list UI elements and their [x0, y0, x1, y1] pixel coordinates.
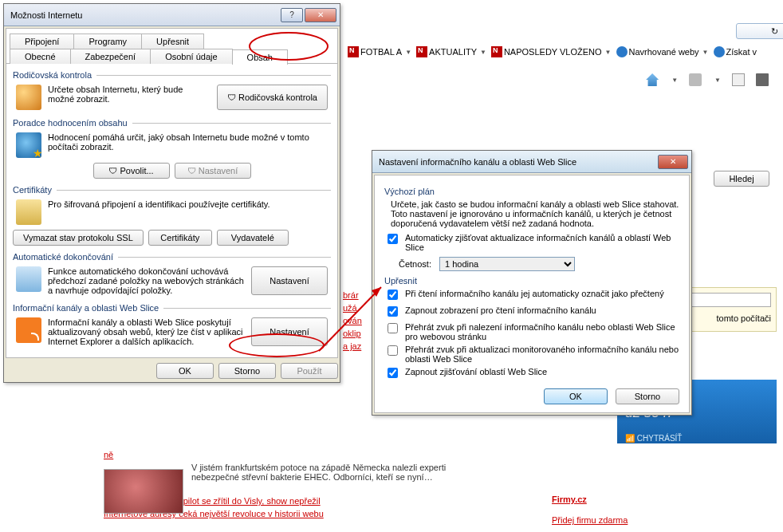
news-link-ne[interactable]: ně	[104, 450, 113, 459]
chevron-down-icon[interactable]: ▼	[671, 77, 678, 84]
refresh-button[interactable]: ↻	[736, 23, 783, 39]
feeds-header: Informační kanály a oblasti Web Slice	[13, 303, 331, 313]
parental-header: Rodičovská kontrola	[13, 70, 331, 80]
autocomplete-settings-button[interactable]: Nastavení	[251, 266, 328, 295]
sound-update-checkbox[interactable]	[388, 345, 398, 356]
auto-checkbox[interactable]	[388, 234, 398, 244]
advisor-settings-button: 🛡 Nastavení	[175, 163, 251, 179]
chevron-down-icon: ▼	[405, 49, 411, 56]
news-body: V jistém frankfurtském potoce na západě …	[191, 463, 470, 482]
autocomplete-header: Automatické dokončování	[13, 252, 331, 262]
chevron-down-icon[interactable]: ▼	[714, 77, 721, 84]
certs-header: Certifikáty	[13, 185, 331, 195]
ad-brand: 📶 CHYTRÁSÍŤ	[625, 434, 769, 443]
home-icon[interactable]	[646, 73, 659, 86]
freq-label: Četnost:	[399, 259, 431, 269]
cert-icon	[16, 199, 41, 225]
parental-icon	[16, 85, 41, 110]
novinky-icon	[416, 46, 427, 57]
sound-found-check[interactable]: Přehrát zvuk při nalezení informačního k…	[384, 322, 679, 341]
detect-slice-checkbox[interactable]	[388, 368, 398, 378]
sound-found-checkbox[interactable]	[388, 323, 398, 333]
tabs: Připojení Programy Upřesnit Obecné Zabez…	[6, 29, 337, 64]
tab-pripojeni[interactable]: Připojení	[10, 33, 74, 49]
favorite-fotbal[interactable]: FOTBAL A▼	[348, 46, 411, 57]
tab-programy[interactable]: Programy	[73, 33, 142, 49]
clear-ssl-button[interactable]: Vymazat stav protokolu SSL	[13, 230, 144, 246]
tab-obsah[interactable]: Obsah	[232, 49, 288, 65]
mail-icon[interactable]	[732, 73, 745, 86]
mark-read-checkbox[interactable]	[388, 290, 398, 300]
chevron-down-icon: ▼	[480, 49, 486, 56]
advisor-desc: Hodnocení pomáhá určit, jaký obsah Inter…	[48, 132, 328, 158]
novinky-icon	[491, 46, 502, 57]
print-icon[interactable]	[756, 73, 769, 86]
firmy-block: Firmy.cz Přidej firmu zdarma	[552, 495, 711, 525]
apply-button: Použít	[281, 363, 338, 379]
freq-select[interactable]: 1 hodina	[439, 257, 575, 271]
auto-check[interactable]: Automaticky zjišťovat aktualizace inform…	[384, 233, 679, 252]
autocomplete-desc: Funkce automatického dokončování uchováv…	[48, 266, 245, 295]
feed-icon	[16, 317, 41, 343]
ok-button[interactable]: OK	[156, 363, 214, 379]
favorite-ziskat[interactable]: Získat v	[714, 46, 757, 57]
tab-upresnit[interactable]: Upřesnit	[141, 33, 204, 49]
remember-label: tomto počítači	[717, 313, 771, 323]
detect-slice-check[interactable]: Zapnout zjišťování oblastí Web Slice	[384, 367, 679, 380]
internet-options-dialog: Možnosti Internetu ? ✕ Připojení Program…	[3, 3, 340, 383]
dialog-title: Nastavení informačního kanálu a oblasti …	[379, 157, 576, 167]
page-fragment[interactable]: užá	[343, 303, 362, 313]
ok-button[interactable]: OK	[544, 388, 608, 404]
command-bar: ▼ ▼	[343, 69, 783, 91]
ie-icon	[616, 46, 628, 57]
advisor-enable-button[interactable]: 🛡 Povolit...	[93, 163, 170, 179]
plan-header: Výchozí plán	[384, 187, 679, 196]
page-fragment[interactable]: oklip	[343, 329, 362, 338]
reading-view-checkbox[interactable]	[388, 306, 398, 317]
help-button[interactable]: ?	[281, 8, 303, 22]
form-icon	[16, 266, 41, 292]
cancel-button[interactable]: Storno	[616, 388, 679, 404]
dialog-titlebar[interactable]: Nastavení informačního kanálu a oblasti …	[372, 151, 691, 173]
favorite-naposledy[interactable]: NAPOSLEDY VLOŽENO▼	[491, 46, 612, 57]
plan-desc: Určete, jak často se budou informační ka…	[391, 199, 679, 228]
novinky-icon	[348, 46, 359, 57]
chevron-down-icon: ▼	[702, 49, 709, 56]
tab-osobni[interactable]: Osobní údaje	[150, 49, 232, 64]
certs-button[interactable]: Certifikáty	[148, 230, 212, 246]
globe-icon	[16, 132, 41, 158]
sound-update-check[interactable]: Přehrát zvuk při aktualizaci monitorovan…	[384, 345, 679, 364]
advisor-header: Poradce hodnocením obsahu	[13, 118, 331, 128]
page-fragment[interactable]: ován	[343, 316, 362, 325]
publishers-button[interactable]: Vydavatelé	[217, 230, 289, 246]
reading-view-check[interactable]: Zapnout zobrazení pro čtení informačního…	[384, 305, 679, 319]
firmy-add[interactable]: Přidej firmu zdarma	[552, 515, 711, 525]
feed-icon[interactable]	[689, 73, 702, 86]
certs-desc: Pro šifrovaná připojení a identifikaci p…	[48, 199, 328, 225]
tab-zabezpeceni[interactable]: Zabezpečení	[70, 49, 151, 64]
mark-read-check[interactable]: Při čtení informačního kanálu jej automa…	[384, 289, 679, 302]
favorite-navrhovane[interactable]: Navrhované weby▼	[616, 46, 709, 57]
parental-desc: Určete obsah Internetu, který bude možné…	[48, 85, 211, 110]
search-area: Hledej	[714, 171, 769, 187]
feeds-settings-button[interactable]: Nastavení	[251, 317, 328, 346]
ie-icon	[714, 46, 725, 57]
parental-button[interactable]: 🛡 Rodičovská kontrola	[217, 85, 328, 110]
close-button[interactable]: ✕	[658, 155, 688, 169]
tab-obecne[interactable]: Obecné	[10, 49, 71, 64]
firmy-title[interactable]: Firmy.cz	[552, 495, 711, 504]
favorite-aktuality[interactable]: AKTUALITY▼	[416, 46, 486, 57]
dialog-title: Možnosti Internetu	[10, 10, 83, 20]
feeds-desc: Informační kanály a oblasti Web Slice po…	[48, 317, 245, 346]
search-button[interactable]: Hledej	[714, 171, 769, 187]
close-button[interactable]: ✕	[305, 8, 336, 22]
page-fragment[interactable]: a jaz	[343, 341, 362, 351]
news-thumbnail	[104, 469, 183, 514]
dialog-titlebar[interactable]: Možnosti Internetu ? ✕	[4, 4, 340, 26]
page-fragment[interactable]: brár	[343, 290, 362, 300]
feed-settings-dialog: Nastavení informačního kanálu a oblasti …	[372, 150, 692, 416]
advanced-header: Upřesnit	[384, 276, 679, 286]
chevron-down-icon: ▼	[605, 49, 612, 56]
cancel-button[interactable]: Storno	[218, 363, 276, 379]
favorites-bar: FOTBAL A▼ AKTUALITY▼ NAPOSLEDY VLOŽENO▼ …	[343, 41, 783, 62]
